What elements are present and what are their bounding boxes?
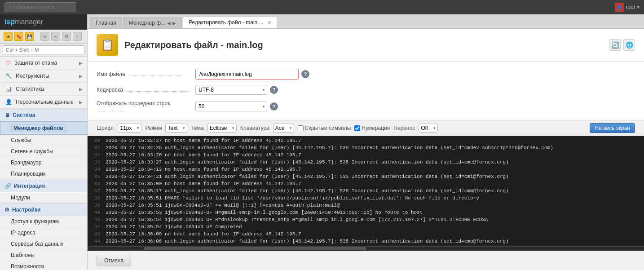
log-line-text: 2020-05-27 16:36:06 auth_login authentic… (104, 239, 644, 246)
modules-label: Модули (11, 195, 30, 201)
tab-close-icon[interactable]: ✕ (267, 20, 271, 26)
log-line: 372020-05-27 16:35:17 auth_login authent… (88, 188, 644, 195)
search-container (4, 2, 76, 12)
page-header-actions: 🔄 🌐 (609, 39, 635, 51)
sidebar-item-tools[interactable]: 🔧 Инструменты ▶ (0, 70, 87, 83)
filename-input[interactable] (195, 69, 299, 80)
toolbar-save-btn[interactable]: 💾 (25, 32, 34, 41)
keyboard-select[interactable]: Ace (273, 124, 294, 133)
log-line-text: 2020-05-27 16:34:13 no host name found f… (104, 167, 644, 174)
log-area[interactable]: 302020-05-27 16:32:27 no host name found… (88, 136, 644, 246)
log-line-number: 39 (88, 203, 104, 210)
font-select[interactable]: 11px12px14px (118, 124, 141, 133)
sidebar-item-ips[interactable]: IP-адреса (0, 227, 87, 239)
tab-filemanager[interactable]: Менеджер ф... ◀ ▶ (123, 17, 182, 28)
hidden-symbols-checkbox[interactable] (298, 125, 304, 131)
page-title: Редактировать файл - main.log (124, 40, 603, 50)
toolbar-copy-btn[interactable]: ⧉ (62, 32, 71, 41)
sidebar-search-input[interactable] (3, 45, 84, 54)
sidebar-item-modules[interactable]: Модули (0, 192, 87, 204)
tab-home[interactable]: Главная (90, 17, 122, 28)
sidebar-search-container (0, 44, 87, 57)
log-line-number: 30 (88, 138, 104, 145)
log-line: 402020-05-27 16:35:53 1jdwDn-0004u0-UF H… (88, 210, 644, 217)
keyboard-select-wrapper: Ace ▾ (273, 124, 294, 133)
sidebar-item-personal[interactable]: 👤 Персональные данные ▶ (0, 96, 87, 109)
features-label: Возможности (11, 263, 44, 270)
wrap-select[interactable]: OffOn (419, 124, 438, 133)
log-line: 352020-05-27 16:34:21 auth_login authent… (88, 174, 644, 181)
sidebar-item-features[interactable]: Возможности (0, 261, 87, 270)
section-integration[interactable]: 🔗 Интеграция (0, 180, 87, 192)
log-line-number: 40 (88, 210, 104, 217)
hidden-symbols-checkbox-label: Скрытые символы (298, 125, 351, 131)
tab-filemanager-label: Менеджер ф... (129, 20, 165, 26)
sidebar-item-label: Персональные данные (16, 99, 74, 105)
log-line-number: 33 (88, 159, 104, 167)
sidebar-item-templates[interactable]: Шаблоны (0, 250, 87, 261)
filename-help-icon[interactable]: ? (301, 70, 309, 78)
earth-button[interactable]: 🌐 (623, 39, 635, 51)
toolbar-arrow-btn[interactable]: ↑ (73, 32, 82, 41)
toolbar-add-btn[interactable]: + (40, 32, 49, 41)
tab-home-label: Главная (96, 20, 116, 26)
sidebar-item-firewall[interactable]: Брандмауэр (0, 157, 87, 168)
sidebar-item-scheduler[interactable]: Планировщик (0, 168, 87, 180)
user-menu[interactable]: 👤 root ▾ (615, 3, 640, 12)
log-line-text: 2020-05-27 16:35:51 1jdwDn-0004u0-UF <= … (104, 203, 644, 210)
page-header: 📋 Редактировать файл - main.log 🔄 🌐 (88, 29, 644, 62)
sidebar-item-services[interactable]: Службы (0, 135, 87, 146)
encoding-field: UTF-8 ▾ ? (195, 85, 278, 95)
log-line-text: 2020-05-27 16:35:17 auth_login authentic… (104, 188, 644, 195)
refresh-button[interactable]: 🔄 (609, 39, 621, 51)
log-line-text: 2020-05-27 16:33:27 auth_login authentic… (104, 159, 644, 167)
theme-select[interactable]: Eclipse (207, 124, 237, 133)
section-label: Система (13, 112, 35, 118)
log-line: 382020-05-27 16:35:51 DMARC failure to l… (88, 195, 644, 203)
toolbar-bookmark-btn[interactable]: 🔖 (14, 32, 23, 41)
sidebar-item-stats[interactable]: 📊 Статистика ▶ (0, 83, 87, 96)
sidebar-toolbar: ★ 🔖 💾 + − ⧉ ↑ (0, 30, 87, 44)
sidebar-item-network-services[interactable]: Сетевые службы (0, 146, 87, 157)
log-line-number: 41 (88, 217, 104, 224)
ips-label: IP-адреса (11, 230, 35, 236)
toolbar-minus-btn[interactable]: − (51, 32, 60, 41)
scrollbar-thumb[interactable] (144, 247, 366, 250)
encoding-select[interactable]: UTF-8 (195, 85, 267, 95)
filename-field: ? (195, 69, 309, 80)
mode-select[interactable]: Text (165, 124, 187, 133)
lines-help-icon[interactable]: ? (270, 102, 278, 111)
top-bar: 👤 root ▾ (0, 0, 644, 14)
services-label: Службы (11, 137, 31, 143)
log-line: 362020-05-27 16:35:00 no host name found… (88, 181, 644, 188)
sidebar-item-dbservers[interactable]: Серверы баз данных (0, 239, 87, 250)
fullscreen-button[interactable]: На весь экран (590, 123, 635, 133)
filename-row: Имя файла ? (97, 69, 635, 80)
log-line: 412020-05-27 16:35:54 1jdwDn-0004u0-UF R… (88, 217, 644, 224)
personal-icon: 👤 (5, 99, 12, 105)
section-settings[interactable]: ⚙ Настройки (0, 204, 87, 216)
lines-select[interactable]: 50 100 200 (195, 102, 267, 111)
form-area: Имя файла ? Кодировка UTF-8 (88, 62, 644, 120)
numbering-checkbox[interactable] (354, 125, 360, 131)
sidebar-item-access[interactable]: Доступ к функциям (0, 216, 87, 227)
font-select-wrapper: 11px12px14px ▾ (118, 124, 141, 133)
toolbar-star-btn[interactable]: ★ (4, 32, 13, 41)
encoding-help-icon[interactable]: ? (270, 86, 278, 94)
cancel-button[interactable]: Отмена (97, 255, 131, 266)
section-system[interactable]: 🖥 Система (0, 109, 87, 121)
sidebar-item-spam[interactable]: 🛡 Защита от спама ▶ (0, 57, 87, 70)
horizontal-scrollbar[interactable] (88, 246, 644, 251)
tab-edit-file[interactable]: Редактировать файл - main.... ✕ (183, 17, 277, 28)
global-search-input[interactable] (4, 2, 76, 12)
sidebar-logo: ispmanager (0, 14, 87, 30)
user-dropdown-icon: ▾ (637, 4, 640, 10)
tools-icon: 🔧 (5, 73, 12, 79)
keyboard-label: Клавиатура (240, 125, 269, 131)
lines-label: Отображать последних строк (97, 100, 195, 113)
log-line: 322020-05-27 16:33:20 no host name found… (88, 152, 644, 159)
sidebar-item-filemanager[interactable]: Менеджер файлов (0, 121, 87, 135)
log-line-text: 2020-05-27 16:35:51 DMARC failure to loa… (104, 195, 644, 203)
encoding-select-wrapper: UTF-8 ▾ (195, 85, 267, 95)
log-line-text: 2020-05-27 16:34:21 auth_login authentic… (104, 174, 644, 181)
